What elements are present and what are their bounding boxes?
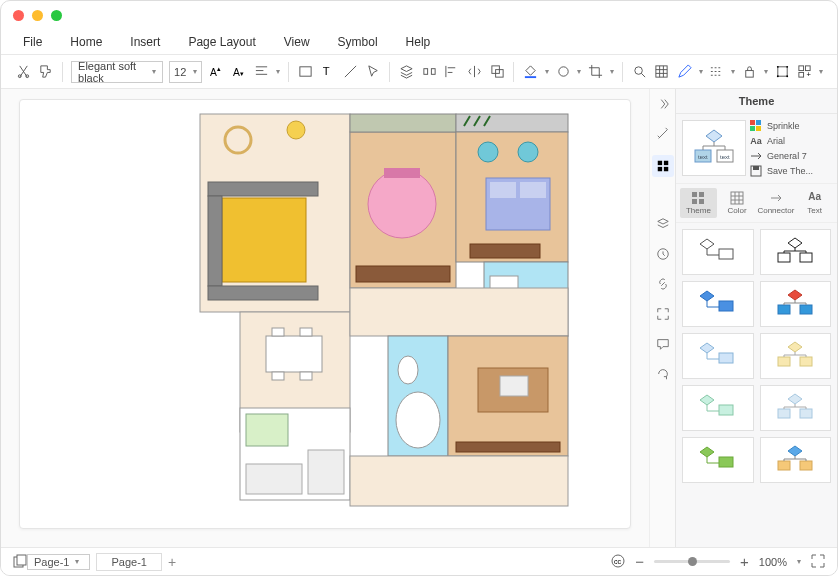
theme-thumb[interactable] — [760, 281, 831, 327]
refresh-icon[interactable] — [654, 365, 672, 383]
maximize-dot[interactable] — [51, 10, 62, 21]
svg-rect-88 — [719, 249, 733, 259]
page-tab[interactable]: Page-1 — [96, 553, 161, 571]
minimize-dot[interactable] — [32, 10, 43, 21]
opt-arial[interactable]: AaArial — [750, 135, 831, 147]
layers-icon[interactable] — [398, 62, 415, 82]
pointer-icon[interactable] — [365, 62, 382, 82]
theme-panel: Theme texttext Sprinkle AaArial General … — [675, 89, 837, 547]
layers-side-icon[interactable] — [654, 215, 672, 233]
svg-rect-41 — [246, 464, 302, 494]
menu-file[interactable]: File — [23, 35, 42, 49]
theme-thumb[interactable] — [682, 281, 753, 327]
menu-home[interactable]: Home — [70, 35, 102, 49]
menu-page-layout[interactable]: Page Layout — [188, 35, 255, 49]
grid-icon[interactable] — [652, 155, 674, 177]
canvas-area[interactable] — [1, 89, 649, 547]
more-icon[interactable]: + — [796, 62, 813, 82]
menu-bar: File Home Insert Page Layout View Symbol… — [1, 29, 837, 55]
svg-rect-24 — [799, 72, 804, 77]
theme-thumb[interactable] — [682, 229, 753, 275]
theme-thumb[interactable] — [682, 437, 753, 483]
svg-text:▾: ▾ — [240, 70, 244, 77]
decrease-font-icon[interactable]: A▾ — [231, 62, 248, 82]
circle-tool-icon[interactable] — [555, 62, 572, 82]
tab-connector[interactable]: Connector — [757, 188, 794, 218]
flip-icon[interactable] — [466, 62, 483, 82]
theme-thumb[interactable] — [682, 385, 753, 431]
rectangle-icon[interactable] — [297, 62, 314, 82]
zoom-out-icon[interactable]: − — [635, 553, 644, 570]
menu-help[interactable]: Help — [406, 35, 431, 49]
line-icon[interactable] — [342, 62, 359, 82]
svg-rect-69 — [663, 161, 667, 165]
svg-point-62 — [398, 356, 418, 384]
page-select[interactable]: Page-1▾ — [27, 554, 90, 570]
tab-theme[interactable]: Theme — [680, 188, 717, 218]
crop-icon[interactable] — [587, 62, 604, 82]
group-icon[interactable] — [489, 62, 506, 82]
svg-rect-38 — [300, 372, 312, 380]
link-icon[interactable] — [654, 275, 672, 293]
table-icon[interactable] — [653, 62, 670, 82]
text-icon[interactable]: T — [320, 62, 337, 82]
svg-rect-92 — [778, 305, 790, 314]
fill-icon[interactable] — [522, 62, 539, 82]
theme-thumb[interactable] — [760, 437, 831, 483]
opt-general[interactable]: General 7 — [750, 150, 831, 162]
svg-rect-100 — [719, 457, 733, 467]
svg-rect-34 — [266, 336, 322, 372]
zoom-slider[interactable] — [654, 560, 730, 563]
font-select[interactable]: Elegant soft black▾ — [71, 61, 163, 83]
search-icon[interactable] — [631, 62, 648, 82]
pages-icon[interactable] — [13, 554, 27, 570]
line-style-icon[interactable] — [709, 62, 726, 82]
svg-rect-17 — [777, 67, 786, 76]
font-size-select[interactable]: 12▾ — [169, 61, 202, 83]
theme-thumb[interactable] — [760, 385, 831, 431]
svg-rect-28 — [208, 182, 318, 196]
close-dot[interactable] — [13, 10, 24, 21]
svg-rect-77 — [750, 120, 755, 125]
theme-preview: texttext — [682, 120, 746, 176]
opt-save[interactable]: Save The... — [750, 165, 831, 177]
format-painter-icon[interactable] — [38, 62, 55, 82]
tab-text[interactable]: AaText — [796, 188, 833, 218]
svg-rect-99 — [800, 409, 812, 418]
collapse-icon[interactable] — [654, 95, 672, 113]
menu-symbol[interactable]: Symbol — [338, 35, 378, 49]
comment-icon[interactable] — [654, 335, 672, 353]
cc-icon[interactable]: cc — [611, 554, 625, 570]
pencil-icon[interactable] — [676, 62, 693, 82]
zoom-in-icon[interactable]: + — [740, 553, 749, 570]
artboard-icon[interactable] — [774, 62, 791, 82]
theme-thumb[interactable] — [760, 229, 831, 275]
distribute-icon[interactable] — [421, 62, 438, 82]
svg-rect-83 — [692, 192, 697, 197]
add-page-icon[interactable]: + — [168, 554, 176, 570]
fullscreen-icon[interactable] — [811, 554, 825, 570]
page-canvas[interactable] — [19, 99, 631, 529]
expand-icon[interactable] — [654, 305, 672, 323]
align-left-icon[interactable] — [443, 62, 460, 82]
menu-view[interactable]: View — [284, 35, 310, 49]
lock-icon[interactable] — [741, 62, 758, 82]
cut-icon[interactable] — [15, 62, 32, 82]
theme-thumb[interactable] — [682, 333, 753, 379]
svg-rect-93 — [800, 305, 812, 314]
svg-rect-90 — [800, 253, 812, 262]
svg-rect-84 — [699, 192, 704, 197]
floorplan-drawing[interactable] — [188, 108, 574, 528]
theme-thumb[interactable] — [760, 333, 831, 379]
svg-rect-82 — [753, 166, 759, 170]
svg-rect-53 — [490, 182, 516, 198]
wand-icon[interactable] — [654, 125, 672, 143]
menu-insert[interactable]: Insert — [130, 35, 160, 49]
align-icon[interactable] — [254, 62, 271, 82]
tab-color[interactable]: Color — [719, 188, 756, 218]
opt-sprinkle[interactable]: Sprinkle — [750, 120, 831, 132]
history-icon[interactable] — [654, 245, 672, 263]
font-size: 12 — [174, 66, 186, 78]
font-name: Elegant soft black — [78, 60, 152, 84]
increase-font-icon[interactable]: A▴ — [208, 62, 225, 82]
